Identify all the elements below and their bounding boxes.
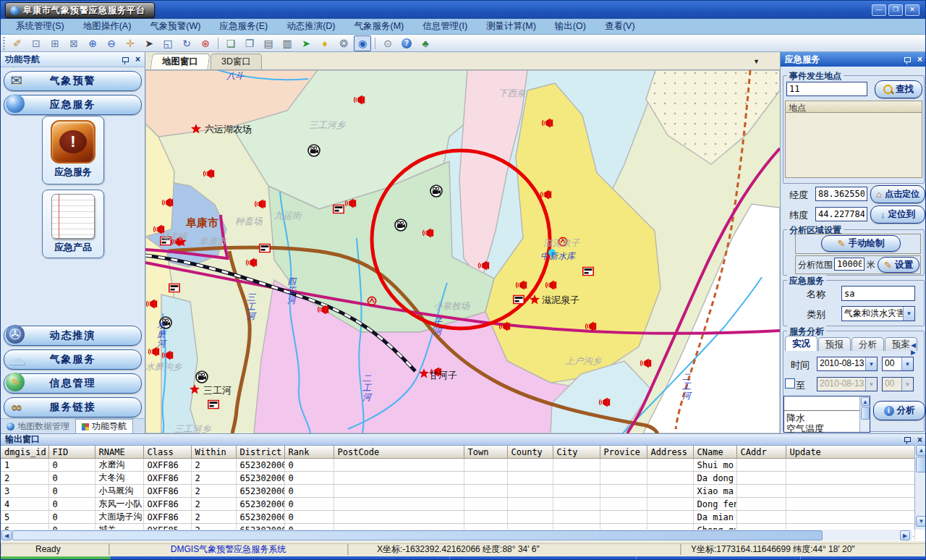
scroll-down-icon[interactable]: ▼	[916, 516, 926, 527]
loudspeaker-marker[interactable]	[641, 358, 652, 368]
pointer-icon[interactable]: ➤	[140, 35, 158, 51]
analysis-tab-2[interactable]: 分析	[851, 337, 884, 351]
table-vscrollbar[interactable]: ▲ ▼	[914, 445, 926, 530]
list-item[interactable]: 降水	[784, 412, 870, 423]
close-icon[interactable]: ×	[917, 436, 922, 444]
plot-icon[interactable]: ▥	[279, 35, 296, 51]
pin-icon[interactable]	[904, 57, 911, 62]
full-extent-icon[interactable]: ◱	[159, 35, 177, 51]
sidebar-item-top-1[interactable]: 应急服务	[4, 95, 142, 115]
map-canvas[interactable]: 六运湖农场三工河乡下西泉九运街阜康市城关镇阜康市种畜场滋泥泉子中新水库滋泥泉子小…	[145, 70, 780, 433]
find-button[interactable]: 查找	[875, 80, 922, 98]
longitude-input[interactable]	[815, 187, 867, 201]
zoom-scale-icon[interactable]: ⊛	[197, 35, 214, 51]
table-row[interactable]: 50大面场子沟OXFF8626523020000Da mian ...	[1, 511, 914, 524]
help-icon[interactable]: ?	[398, 35, 415, 51]
column-header[interactable]: Within	[191, 446, 236, 459]
globe-icon[interactable]: ◉	[354, 35, 371, 51]
sidebar-item-bottom-2[interactable]: 信息管理	[4, 373, 142, 394]
scroll-up-icon[interactable]: ▲	[916, 445, 926, 456]
flag-marker[interactable]	[208, 400, 218, 408]
table-row[interactable]: 30小马厩沟OXFF8626523020000Xiao ma ...	[1, 485, 914, 498]
sidebar-item-bottom-3[interactable]: 服务链接	[4, 397, 142, 417]
scroll-up-icon[interactable]: ▲	[861, 397, 870, 406]
camera-marker[interactable]	[196, 371, 208, 383]
select-poly-icon[interactable]: ⊠	[65, 35, 82, 51]
analysis-tab-0[interactable]: 实况	[785, 336, 817, 351]
column-header[interactable]: District	[236, 446, 284, 459]
column-header[interactable]: Address	[647, 446, 693, 459]
export-image-icon[interactable]: ❐	[241, 35, 258, 51]
flag-marker[interactable]	[169, 284, 179, 292]
sidebar-tab-0[interactable]: 地图数据管理	[1, 419, 75, 433]
column-header[interactable]: Update	[786, 446, 914, 459]
layers-icon[interactable]: ❏	[222, 35, 239, 51]
analyze-button[interactable]: i 分析	[873, 401, 925, 420]
zoom-out-icon[interactable]: ⊖	[103, 35, 120, 51]
location-search-input[interactable]	[786, 82, 867, 96]
camera-marker[interactable]	[430, 185, 442, 197]
menu-item-1[interactable]: 地图操作(A)	[74, 19, 141, 34]
flag-marker[interactable]	[260, 244, 270, 252]
camera-marker[interactable]	[308, 145, 320, 156]
menu-item-8[interactable]: 输出(O)	[545, 19, 595, 34]
flag-marker[interactable]	[583, 267, 593, 275]
to-checkbox[interactable]	[785, 378, 795, 389]
restore-button[interactable]: ❐	[888, 4, 903, 16]
close-icon[interactable]: ×	[917, 56, 922, 63]
pin-icon[interactable]	[904, 437, 911, 442]
select-copy-icon[interactable]: ⊡	[27, 35, 45, 51]
range-input[interactable]	[834, 258, 865, 271]
column-header[interactable]: Rank	[284, 446, 334, 459]
camera-marker[interactable]	[395, 219, 407, 231]
select-rect-icon[interactable]: ⊞	[46, 35, 64, 51]
column-header[interactable]: PostCode	[334, 446, 464, 459]
tab-list-dropdown-icon[interactable]: ▼	[753, 58, 760, 65]
sidebar-item-top-0[interactable]: 气象预警	[4, 71, 142, 91]
date-to-select[interactable]: 2010-08-13▼	[817, 377, 878, 391]
latitude-input[interactable]	[815, 207, 867, 221]
table-row[interactable]: 10水磨沟OXFF8626523020000Shui mo gou	[1, 459, 914, 472]
element-list[interactable]: 降水空气温度	[783, 396, 870, 433]
close-icon[interactable]: ×	[135, 56, 140, 63]
list-scrollbar[interactable]: ▲	[859, 396, 870, 432]
table-row[interactable]: 40东风一小队OXFF8626523020000Dong fen...	[1, 498, 914, 511]
eye-icon[interactable]: ⊙	[379, 35, 396, 51]
loudspeaker-marker[interactable]	[204, 169, 215, 178]
hour-to-select[interactable]: 00▼	[882, 377, 914, 391]
tab-map-window[interactable]: 地图窗口	[150, 54, 210, 69]
location-list[interactable]	[785, 113, 922, 178]
zoom-in-icon[interactable]: ⊕	[84, 35, 101, 51]
emergency-service-button[interactable]: ! 应急服务	[42, 116, 104, 184]
emergency-product-button[interactable]: 应急产品	[42, 190, 104, 258]
scroll-right-icon[interactable]: ▶	[900, 530, 910, 540]
sidebar-tab-1[interactable]: 功能导航	[75, 419, 133, 433]
column-header[interactable]: dmgis_id	[1, 446, 48, 459]
click-locate-button[interactable]: ⌂ 点击定位	[870, 185, 925, 203]
hour-select[interactable]: 00▼	[882, 357, 914, 371]
green-pointer-icon[interactable]: ➤	[297, 35, 315, 51]
tab-3d-window[interactable]: 3D窗口	[211, 54, 262, 69]
menu-item-6[interactable]: 信息管理(I)	[413, 19, 477, 34]
minimize-button[interactable]: —	[872, 4, 886, 16]
table-hscrollbar[interactable]: ◀ ▶	[1, 530, 912, 541]
menu-item-3[interactable]: 应急服务(E)	[210, 19, 277, 34]
service-name-input[interactable]	[841, 286, 915, 301]
column-header[interactable]: Town	[464, 446, 507, 459]
analysis-tab-1[interactable]: 预报	[818, 337, 851, 351]
scroll-left-icon[interactable]: ◀	[1, 530, 12, 540]
sidebar-item-bottom-1[interactable]: 气象服务	[4, 349, 142, 370]
column-header[interactable]: City	[553, 446, 600, 459]
flag-marker[interactable]	[334, 205, 344, 213]
loudspeaker-marker[interactable]	[255, 199, 266, 208]
column-header[interactable]: Class	[143, 446, 191, 459]
settings-gear-icon[interactable]: ❂	[335, 35, 352, 51]
column-header[interactable]: FID	[48, 446, 95, 459]
column-header[interactable]: RNAME	[95, 446, 143, 459]
pin-icon[interactable]	[122, 57, 129, 62]
close-button[interactable]: ✕	[905, 4, 919, 16]
date-select[interactable]: 2010-08-13▼	[817, 357, 878, 371]
print-icon[interactable]: ▤	[260, 35, 277, 51]
tab-scroll-arrows[interactable]: ◀ ▶	[911, 341, 926, 356]
menu-item-5[interactable]: 气象服务(M)	[345, 19, 414, 34]
